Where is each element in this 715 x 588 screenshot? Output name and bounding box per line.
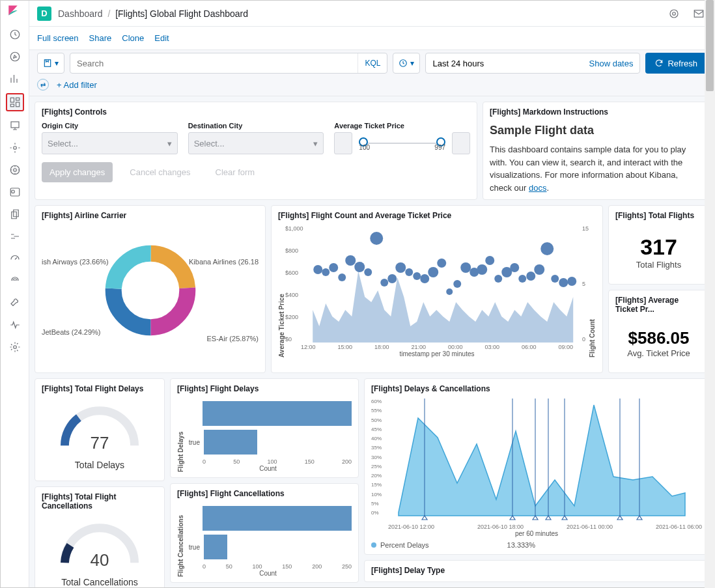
filter-bar: ⇄ + Add filter (29, 76, 714, 96)
svg-point-49 (534, 264, 544, 275)
show-dates-link[interactable]: Show dates (589, 59, 634, 68)
svg-point-22 (313, 265, 322, 274)
clear-button[interactable]: Clear form (208, 162, 263, 182)
svg-point-13 (670, 10, 678, 18)
header-bar: D Dashboard / [Flights] Global Flight Da… (29, 1, 714, 27)
panel-title: [Flights] Average Ticket Pr... (615, 296, 702, 314)
svg-point-51 (551, 275, 559, 283)
fullscreen-link[interactable]: Full screen (37, 33, 79, 43)
legend-item: JetBeats (24.29%) (42, 328, 101, 336)
metric-label: Avg. Ticket Price (618, 348, 699, 358)
dest-select[interactable]: Select...▾ (188, 132, 324, 154)
clone-link[interactable]: Clone (122, 33, 144, 43)
panel-total-delays: [Flights] Total Flight Delays 77 Total D… (35, 378, 165, 481)
svg-rect-2 (10, 98, 14, 102)
svg-rect-15 (694, 10, 703, 17)
logs-icon[interactable] (7, 206, 23, 222)
breadcrumb-root[interactable]: Dashboard (58, 8, 103, 19)
combo-chart (305, 225, 581, 343)
panel-airline: [Flights] Airline Carrier ish Airways (2… (35, 205, 266, 373)
discover-icon[interactable] (7, 49, 23, 64)
panel-title: [Flights] Flight Delays (177, 384, 352, 393)
legend-label: Percent Delays (380, 541, 429, 549)
metrics-icon[interactable] (7, 184, 23, 200)
monitoring-icon[interactable] (7, 317, 23, 333)
panel-avg-price: [Flights] Average Ticket Pr... $586.05 A… (608, 290, 709, 373)
price-min-input[interactable] (334, 132, 352, 154)
visualize-icon[interactable] (7, 71, 23, 87)
docs-link[interactable]: docs (529, 183, 546, 193)
scrollbar[interactable] (705, 0, 715, 588)
dashboard-toolbar: Full screen Share Clone Edit (29, 27, 714, 50)
panel-title: [Flights] Flight Count and Average Ticke… (278, 211, 596, 220)
price-slider[interactable]: 100 997 (355, 132, 449, 154)
svg-rect-6 (11, 122, 19, 128)
price-label: Average Ticket Price (334, 122, 470, 130)
cancel-button[interactable]: Cancel changes (122, 162, 198, 182)
edit-link[interactable]: Edit (154, 33, 169, 43)
dashboard-icon[interactable] (6, 93, 24, 111)
recent-icon[interactable] (7, 27, 23, 42)
panel-flight-delays: [Flights] Flight Delays Flight Delays tr… (170, 378, 359, 478)
origin-select[interactable]: Select...▾ (42, 132, 178, 154)
svg-point-32 (395, 262, 406, 273)
svg-point-23 (322, 268, 329, 276)
search-box: KQL (70, 53, 387, 74)
gauge-label: Total Cancellations (42, 577, 158, 587)
add-filter-link[interactable]: + Add filter (57, 80, 97, 90)
metric-value: $586.05 (618, 328, 699, 348)
share-link[interactable]: Share (89, 33, 112, 43)
svg-point-37 (437, 259, 446, 268)
svg-point-42 (477, 264, 487, 275)
panel-flightcount: [Flights] Flight Count and Average Ticke… (271, 205, 603, 373)
svg-rect-16 (44, 60, 50, 67)
query-bar: ▾ KQL ▾ Last 24 hours Show dates Refresh (29, 50, 714, 76)
ml-icon[interactable] (7, 162, 23, 178)
kibana-logo[interactable] (7, 5, 23, 20)
svg-point-28 (364, 268, 372, 276)
dev-tools-icon[interactable] (7, 295, 23, 311)
news-icon[interactable] (666, 6, 682, 21)
svg-rect-3 (16, 98, 19, 100)
panel-total-cancellations: [Flights] Total Flight Cancellations 40 … (35, 486, 165, 587)
svg-point-25 (338, 273, 346, 281)
svg-point-35 (420, 274, 429, 283)
kql-toggle[interactable]: KQL (358, 53, 387, 73)
time-picker[interactable]: Last 24 hours Show dates (425, 53, 640, 74)
maps-icon[interactable] (7, 140, 23, 156)
svg-point-7 (13, 147, 16, 150)
panel-delay-type: [Flights] Delay Type (364, 560, 709, 582)
legend-item: ish Airways (23.66%) (42, 258, 109, 266)
search-input[interactable] (70, 59, 358, 68)
breadcrumb: Dashboard / [Flights] Global Flight Dash… (58, 8, 248, 19)
svg-point-31 (387, 274, 397, 283)
apply-button[interactable]: Apply changes (42, 162, 113, 182)
price-max-input[interactable] (452, 132, 470, 154)
panel-title: [Flights] Total Flight Cancellations (42, 492, 158, 511)
panel-title: [Flights] Flight Cancellations (177, 489, 352, 498)
panel-title: [Flights] Total Flight Delays (42, 384, 158, 393)
svg-point-12 (13, 346, 16, 349)
panel-title: [Flights] Markdown Instructions (490, 107, 702, 117)
legend-value: 13.333% (507, 541, 535, 549)
scrollbar-thumb[interactable] (706, 0, 714, 91)
panel-markdown: [Flights] Markdown Instructions Sample F… (483, 102, 709, 200)
uptime-icon[interactable] (7, 251, 23, 266)
saved-query-button[interactable]: ▾ (37, 53, 64, 74)
svg-point-29 (370, 232, 383, 245)
panel-delays-cancellations: [Flights] Delays & Cancellations 0%5%10%… (364, 378, 709, 555)
filter-menu-icon[interactable]: ⇄ (37, 79, 49, 91)
svg-rect-4 (16, 102, 19, 107)
apm-icon[interactable] (7, 229, 23, 244)
svg-point-27 (354, 262, 365, 272)
time-quick-button[interactable]: ▾ (393, 53, 420, 74)
refresh-button[interactable]: Refresh (645, 53, 707, 74)
panel-flight-cancellations: [Flights] Flight Cancellations Flight Ca… (170, 483, 359, 583)
svg-point-36 (428, 267, 438, 277)
management-icon[interactable] (7, 339, 23, 355)
svg-point-34 (413, 272, 421, 280)
siem-icon[interactable] (7, 273, 23, 288)
canvas-icon[interactable] (7, 118, 23, 133)
svg-point-39 (453, 280, 461, 288)
space-badge[interactable]: D (37, 7, 51, 21)
